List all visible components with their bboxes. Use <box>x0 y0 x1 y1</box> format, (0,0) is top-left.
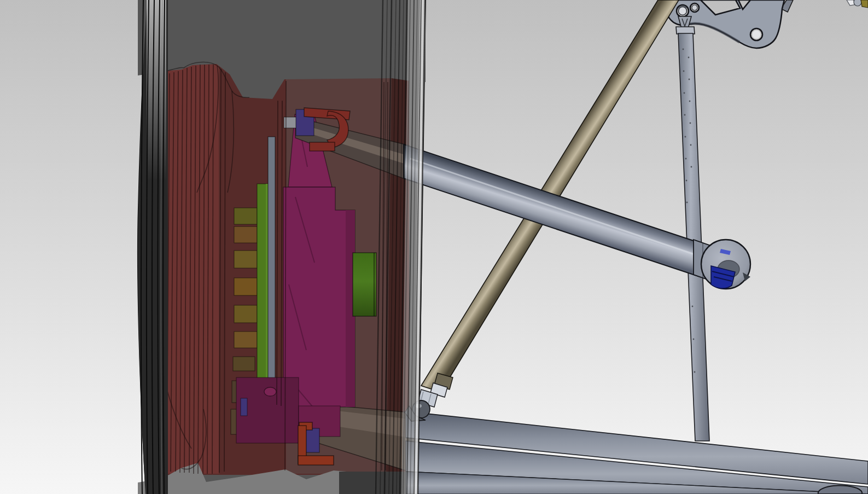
stud <box>233 357 255 371</box>
bellcrank-bearing-insert-small <box>692 5 697 10</box>
sprocket-ring[interactable] <box>257 184 269 380</box>
upright-boss <box>264 387 276 396</box>
bellcrank-open-hole <box>753 31 761 39</box>
lower-bolt-spacer <box>241 398 247 416</box>
stud <box>234 208 257 224</box>
hub-axle-stub[interactable] <box>353 253 376 316</box>
wheel-left-band <box>138 0 168 494</box>
arm-rod-end[interactable] <box>701 240 750 289</box>
shock-tube-cap <box>676 27 695 34</box>
cad-viewport-canvas[interactable] <box>0 0 868 494</box>
stud <box>234 332 257 348</box>
stud <box>234 278 257 295</box>
brake-disc-strip[interactable] <box>268 137 275 388</box>
stud <box>234 251 257 268</box>
cad-application-window <box>0 0 868 494</box>
clevis-lower-bar <box>310 142 335 151</box>
stud <box>234 226 257 243</box>
upright-body <box>283 187 355 407</box>
stud <box>234 305 257 323</box>
